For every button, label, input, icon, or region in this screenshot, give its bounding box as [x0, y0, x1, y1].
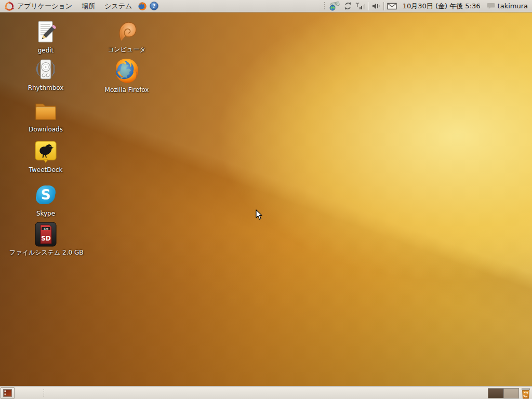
sync-applet[interactable] — [342, 0, 354, 12]
workspace-switcher[interactable] — [488, 388, 519, 398]
rhythmbox-icon — [33, 57, 58, 82]
trash-applet[interactable] — [520, 388, 531, 399]
sync-arrows-icon — [343, 2, 352, 10]
tweetdeck-icon — [33, 139, 58, 164]
desktop-icon-gedit[interactable]: gedit — [9, 20, 82, 55]
desktop-icon-rhythmbox[interactable]: Rhythmbox — [9, 57, 82, 92]
sd-card-icon: 128 SD — [34, 222, 58, 247]
top-panel: アプリケーション 場所 システム ? — [0, 0, 532, 12]
sd-label-text: SD — [41, 235, 51, 242]
folder-icon — [33, 99, 58, 124]
volume-applet[interactable] — [370, 0, 382, 12]
clock[interactable]: 10月30日 (金) 午後 5:36 — [398, 2, 485, 11]
envelope-icon — [387, 3, 397, 10]
desktop-icon-label: Rhythmbox — [28, 84, 64, 91]
gedit-icon — [33, 20, 58, 45]
desktop-icon-label: ファイルシステム 2.0 GB — [9, 248, 84, 257]
menu-places-label: 場所 — [82, 2, 95, 11]
svg-text:?: ? — [152, 3, 155, 9]
desktop-icon-filesystem[interactable]: 128 SD ファイルシステム 2.0 GB — [9, 222, 82, 257]
tray-separator — [368, 2, 368, 10]
desktop-icon-label: TweetDeck — [29, 166, 63, 174]
tray-separator — [383, 2, 384, 10]
firefox-launcher[interactable] — [137, 0, 148, 12]
desktop-icon-label: Downloads — [29, 126, 63, 133]
workspace-1[interactable] — [488, 389, 503, 398]
workspace-2[interactable] — [503, 389, 519, 398]
menu-places[interactable]: 場所 — [77, 0, 100, 12]
desktop-icon-tweetdeck[interactable]: TweetDeck — [9, 139, 82, 174]
show-desktop-button[interactable] — [1, 387, 15, 399]
desktop-icon-label: gedit — [38, 47, 54, 54]
desktop-icon-firefox[interactable]: Mozilla Firefox — [90, 57, 163, 94]
menu-applications[interactable]: アプリケーション — [0, 0, 77, 12]
keyboard-globe-icon — [329, 2, 340, 11]
speaker-icon — [371, 2, 380, 10]
user-name: takimura — [498, 2, 528, 10]
firefox-launcher-icon — [138, 2, 147, 11]
show-desktop-icon — [3, 389, 12, 397]
menu-system[interactable]: システム — [100, 0, 137, 12]
computer-shell-icon — [114, 19, 139, 44]
trash-icon — [521, 388, 531, 399]
menu-system-label: システム — [104, 2, 132, 11]
tray-area: 10月30日 (金) 午後 5:36 takimura — [322, 0, 532, 12]
desktop-icon-downloads[interactable]: Downloads — [9, 99, 82, 134]
window-list-handle[interactable] — [43, 389, 45, 397]
help-icon: ? — [150, 2, 158, 10]
desktop-icon-label: コンピュータ — [108, 45, 145, 54]
skype-icon: S — [33, 182, 59, 208]
mail-notification[interactable] — [385, 0, 398, 12]
sd-capacity-text: 128 — [44, 228, 48, 230]
desktop-icon-label: Skype — [36, 210, 55, 217]
bottom-panel — [0, 387, 532, 399]
ubuntu-logo-icon — [5, 2, 14, 11]
menu-applications-label: アプリケーション — [17, 2, 72, 11]
desktop-icon-computer[interactable]: コンピュータ — [90, 19, 163, 54]
signal-strength-icon — [355, 2, 365, 10]
keyboard-indicator[interactable] — [327, 0, 342, 12]
svg-text:S: S — [41, 187, 51, 203]
chat-bubble-icon — [487, 3, 495, 10]
desktop-icon-skype[interactable]: S Skype — [9, 182, 82, 218]
desktop-screen: gedit コンピュータ R — [0, 0, 532, 399]
tray-drag-handle[interactable] — [324, 2, 326, 10]
network-signal-applet[interactable] — [354, 0, 366, 12]
desktop-icon-label: Mozilla Firefox — [105, 86, 149, 94]
help-launcher[interactable]: ? — [148, 0, 159, 12]
user-switcher[interactable]: takimura — [485, 2, 532, 10]
firefox-icon — [113, 57, 140, 84]
